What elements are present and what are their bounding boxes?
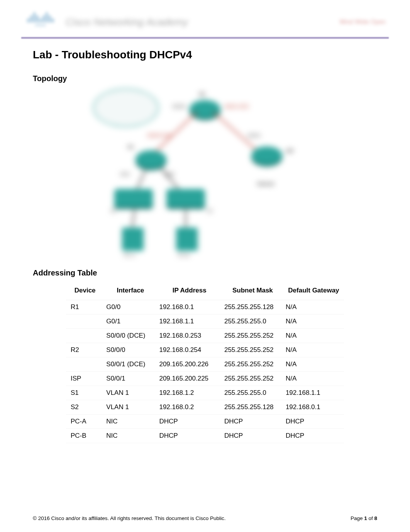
- cell-ip: DHCP: [157, 415, 222, 429]
- header-divider: [21, 37, 389, 39]
- cell-gw: N/A: [283, 329, 344, 343]
- cell-gw: N/A: [283, 343, 344, 357]
- cell-gw: 192.168.1.1: [283, 386, 344, 400]
- cell-device: S1: [66, 386, 104, 400]
- cell-mask: DHCP: [222, 429, 283, 443]
- table-header-row: Device Interface IP Address Subnet Mask …: [66, 283, 344, 300]
- switch-s2-icon: [166, 189, 205, 207]
- table-row: ISP S0/0/1 209.165.200.225 255.255.255.2…: [66, 372, 344, 386]
- pc-a-icon: [122, 228, 144, 251]
- cell-device: PC-B: [66, 429, 104, 443]
- cell-iface: S0/0/0: [104, 343, 157, 357]
- cell-iface: NIC: [104, 429, 157, 443]
- cisco-logo: cisco: [25, 12, 56, 33]
- label-s1: S1: [110, 208, 116, 214]
- cell-device: [66, 357, 104, 372]
- page-title: Lab - Troubleshooting DHCPv4: [33, 49, 377, 61]
- label-s001: S0/0/1: [247, 133, 261, 138]
- cell-mask: 255.255.255.128: [222, 400, 283, 415]
- table-row: PC-B NIC DHCP DHCP DHCP: [66, 429, 344, 443]
- col-interface: Interface: [104, 283, 157, 300]
- page-header: cisco Cisco Networking Academy Mind Wide…: [21, 12, 389, 36]
- cell-ip: 192.168.1.2: [157, 386, 222, 400]
- cell-gw: DHCP: [283, 429, 344, 443]
- cell-iface: NIC: [104, 415, 157, 429]
- cell-device: ISP: [66, 372, 104, 386]
- label-g00: G0/0: [164, 172, 175, 177]
- cell-mask: 255.255.255.0: [222, 386, 283, 400]
- label-r1: R1: [128, 144, 134, 150]
- cell-mask: 255.255.255.252: [222, 343, 283, 357]
- cell-gw: N/A: [283, 372, 344, 386]
- cell-device: PC-A: [66, 415, 104, 429]
- cell-iface: S0/0/0 (DCE): [104, 329, 157, 343]
- cell-ip: 192.168.0.254: [157, 343, 222, 357]
- label-r2: R2: [199, 92, 205, 97]
- cell-device: [66, 314, 104, 329]
- cell-gw: DHCP: [283, 415, 344, 429]
- label-s000dce: S0/0/0 DCE: [147, 133, 171, 138]
- label-g01: G0/1: [120, 172, 130, 177]
- cell-mask: 255.255.255.252: [222, 372, 283, 386]
- page-footer: © 2016 Cisco and/or its affiliates. All …: [33, 515, 377, 521]
- header-academy-text: Cisco Networking Academy: [66, 16, 188, 28]
- pc-b-icon: [176, 228, 198, 251]
- cell-device: R2: [66, 343, 104, 357]
- section-addressing-heading: Addressing Table: [33, 269, 377, 277]
- cell-mask: 255.255.255.252: [222, 329, 283, 343]
- table-row: PC-A NIC DHCP DHCP DHCP: [66, 415, 344, 429]
- table-row: R2 S0/0/0 192.168.0.254 255.255.255.252 …: [66, 343, 344, 357]
- col-mask: Subnet Mask: [222, 283, 283, 300]
- footer-page-total: 8: [374, 515, 377, 521]
- cell-mask: DHCP: [222, 415, 283, 429]
- cell-gw: N/A: [283, 314, 344, 329]
- cell-device: S2: [66, 400, 104, 415]
- footer-page-pre: Page: [351, 515, 364, 521]
- cell-ip: 209.165.200.226: [157, 357, 222, 372]
- cell-iface: VLAN 1: [104, 400, 157, 415]
- cell-ip: DHCP: [157, 429, 222, 443]
- label-internet: Internet: [257, 181, 274, 187]
- table-row: S1 VLAN 1 192.168.1.2 255.255.255.0 192.…: [66, 386, 344, 400]
- table-row: S0/0/0 (DCE) 192.168.0.253 255.255.255.2…: [66, 329, 344, 343]
- cell-iface: G0/1: [104, 314, 157, 329]
- label-s2: S2: [207, 208, 213, 214]
- cell-ip: 192.168.0.2: [157, 400, 222, 415]
- addressing-table: Device Interface IP Address Subnet Mask …: [66, 283, 344, 443]
- cell-iface: S0/0/1 (DCE): [104, 357, 157, 372]
- table-row: G0/1 192.168.1.1 255.255.255.0 N/A: [66, 314, 344, 329]
- section-topology-heading: Topology: [33, 74, 377, 83]
- cell-device: [66, 329, 104, 343]
- cell-ip: 209.165.200.225: [157, 372, 222, 386]
- topology-diagram: S0/0/0 S0/0/1 DCE S0/0/0 DCE S0/0/1 G0/1: [93, 88, 317, 258]
- col-gateway: Default Gateway: [283, 283, 344, 300]
- footer-page-current: 1: [364, 515, 367, 521]
- label-isp: ISP: [286, 148, 293, 154]
- svg-line-4: [132, 202, 136, 231]
- col-device: Device: [66, 283, 104, 300]
- cell-ip: 192.168.1.1: [157, 314, 222, 329]
- cell-device: R1: [66, 300, 104, 314]
- cell-mask: 255.255.255.128: [222, 300, 283, 314]
- table-row: S0/0/1 (DCE) 209.165.200.226 255.255.255…: [66, 357, 344, 372]
- cell-iface: S0/0/1: [104, 372, 157, 386]
- col-ip: IP Address: [157, 283, 222, 300]
- table-row: R1 G0/0 192.168.0.1 255.255.255.128 N/A: [66, 300, 344, 314]
- table-row: S2 VLAN 1 192.168.0.2 255.255.255.128 19…: [66, 400, 344, 415]
- label-pca: PC-A: [124, 253, 135, 258]
- cell-gw: N/A: [283, 300, 344, 314]
- footer-copyright: © 2016 Cisco and/or its affiliates. All …: [33, 515, 225, 521]
- cell-gw: 192.168.0.1: [283, 400, 344, 415]
- topology-figure: S0/0/0 S0/0/1 DCE S0/0/0 DCE S0/0/1 G0/1: [33, 88, 377, 258]
- footer-page-mid: of: [367, 515, 374, 521]
- cell-mask: 255.255.255.252: [222, 357, 283, 372]
- router-r1-icon: [136, 150, 166, 168]
- switch-s1-icon: [114, 189, 153, 207]
- cell-ip: 192.168.0.1: [157, 300, 222, 314]
- cell-ip: 192.168.0.253: [157, 329, 222, 343]
- cell-gw: N/A: [283, 357, 344, 372]
- header-tagline: Mind Wide Open: [340, 19, 386, 25]
- cell-iface: G0/0: [104, 300, 157, 314]
- label-pcb: PC-B: [178, 253, 189, 258]
- router-isp-icon: [251, 146, 282, 164]
